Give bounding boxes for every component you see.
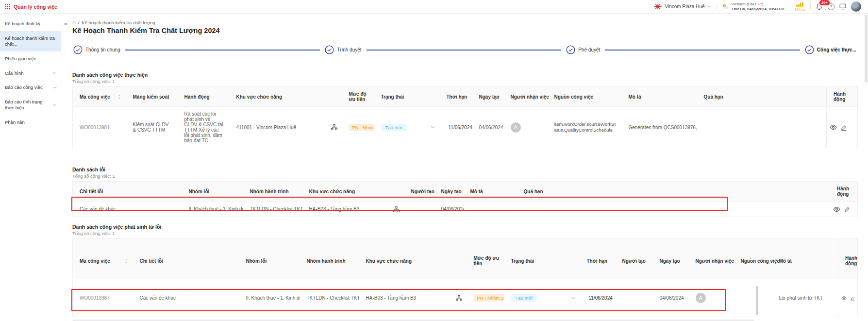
table-row[interactable]: Các vấn đề khác II. Khách thuê - 1. Kinh… bbox=[73, 202, 858, 217]
status-badge: Tạo mới bbox=[381, 124, 407, 131]
sort-icon[interactable] bbox=[124, 258, 128, 264]
column-header: Ngày tạo bbox=[472, 87, 504, 107]
edit-pencil-icon[interactable] bbox=[844, 206, 851, 212]
page-scrollbar[interactable] bbox=[865, 15, 868, 83]
chevron-down-icon[interactable] bbox=[431, 126, 435, 129]
weather-icon bbox=[721, 3, 729, 10]
sidebar-item-ke-hoach-thanh-kiem-tra[interactable]: Kế hoạch thanh kiểm tra chất... bbox=[0, 31, 61, 51]
app-grid-icon[interactable] bbox=[5, 4, 10, 9]
column-header: Mức độ ưu tiên bbox=[342, 87, 374, 107]
step-label: Công việc thực... bbox=[817, 47, 856, 52]
column-header: Ngày tạo bbox=[653, 239, 689, 279]
assignee-avatar[interactable]: A bbox=[511, 122, 521, 133]
chevron-down-icon bbox=[53, 86, 57, 89]
apartment-icon[interactable] bbox=[331, 124, 337, 130]
edit-pencil-icon[interactable] bbox=[841, 124, 847, 131]
column-header: Ngày tạo bbox=[434, 182, 464, 202]
step-cong-viec-thuc-hien[interactable]: Công việc thực... bbox=[805, 45, 856, 54]
priority-badge: PN - Nhóm 3 bbox=[349, 124, 374, 131]
column-header[interactable]: Mã công việc bbox=[73, 87, 126, 107]
column-header: Chi tiết lỗi bbox=[133, 239, 239, 279]
timezone-widget: Vietnam (GMT +7) Thứ Ba, 04/06/2024, 03:… bbox=[721, 2, 785, 12]
column-header: Mô tả bbox=[622, 87, 697, 107]
page-title: Kế Hoạch Thanh Kiểm Tra Chất Lượng 2024 bbox=[62, 25, 868, 34]
collapse-sidebar-button[interactable]: « bbox=[64, 20, 67, 27]
section-count: Tổng số công việc: 1 bbox=[72, 79, 857, 84]
apartment-icon[interactable] bbox=[456, 295, 462, 301]
network-status: 194ms bbox=[794, 2, 805, 12]
column-header: Nhóm hành trình bbox=[243, 182, 302, 202]
sidebar-item-bao-cao-cong-viec[interactable]: Báo cáo công việc bbox=[0, 80, 61, 95]
section-work-list: Danh sách công việc thực hiện Tổng số cô… bbox=[72, 72, 857, 148]
column-header: Hành động bbox=[827, 87, 858, 107]
vertical-scrollbar-thumb[interactable] bbox=[756, 286, 758, 315]
eye-icon[interactable] bbox=[841, 295, 847, 301]
sidebar-item-phan-nan[interactable]: Phàn nàn bbox=[0, 115, 61, 130]
eye-icon[interactable] bbox=[830, 124, 837, 130]
column-header: Quá hạn bbox=[697, 87, 827, 107]
functional-area: 411001 - Vincom Plaza Huế bbox=[230, 107, 342, 148]
edit-pencil-icon[interactable] bbox=[851, 295, 855, 301]
description-cell bbox=[464, 202, 517, 217]
section-derived-list: Danh sách công việc phát sinh từ lỗi Tổn… bbox=[72, 224, 857, 317]
creator-cell bbox=[616, 279, 653, 317]
sidebar-item-label: Báo cáo công việc bbox=[5, 84, 43, 90]
apartment-icon[interactable] bbox=[393, 206, 400, 212]
actions-cell bbox=[838, 279, 858, 317]
org-switcher[interactable]: Vincom Plaza Huế bbox=[653, 3, 711, 10]
status-cell: Tạo mới bbox=[374, 107, 440, 148]
column-header: Người nhận việc bbox=[504, 87, 548, 107]
step-label: Phê duyệt bbox=[578, 47, 600, 52]
column-header: Thời hạn bbox=[440, 87, 472, 107]
step-connector bbox=[367, 50, 562, 51]
deadline-cell: 11/06/2024 bbox=[580, 279, 616, 317]
error-group: II. Khách thuê - 1. Kinh doanh bbox=[182, 202, 243, 217]
breadcrumb: ⌂ / Kế hoạch thanh kiểm tra chất lượng bbox=[62, 14, 868, 25]
main-content: « ⌂ / Kế hoạch thanh kiểm tra chất lượng… bbox=[62, 14, 868, 321]
sidebar-item-label: Kế hoạch thanh kiểm tra chất... bbox=[5, 35, 57, 47]
home-icon[interactable]: ⌂ bbox=[72, 19, 76, 25]
chevron-down-icon[interactable] bbox=[571, 297, 575, 300]
user-avatar[interactable] bbox=[851, 1, 861, 12]
creator-cell bbox=[404, 202, 434, 217]
functional-area-label: HA-B03 - Tầng hầm B3 bbox=[366, 295, 417, 301]
sidebar-item-phieu-giao-viec[interactable]: Phiếu giao việc bbox=[0, 51, 61, 66]
sidebar-item-label: Báo cáo tình trạng thực hiện bbox=[5, 99, 51, 111]
column-header: Mô tả bbox=[464, 182, 517, 202]
status-cell: Tạo mới bbox=[504, 279, 580, 317]
assignee-avatar[interactable]: A bbox=[696, 293, 706, 303]
column-header[interactable]: Mã công việc bbox=[73, 239, 133, 279]
sidebar-item-bao-cao-tinh-trang[interactable]: Báo cáo tình trạng thực hiện bbox=[0, 95, 61, 115]
error-group: II. Khách thuê - 1. Kinh doanh bbox=[239, 279, 300, 317]
step-trinh-duyet[interactable]: Trình duyệt bbox=[325, 45, 361, 54]
step-connector bbox=[125, 50, 320, 51]
monitor-icon[interactable] bbox=[839, 3, 846, 10]
signal-bars-icon bbox=[796, 2, 803, 7]
table-row[interactable]: WO00013981 Kiểm soát CLDV & CSVC TTTM Rà… bbox=[73, 107, 858, 148]
step-thong-tin-chung[interactable]: Thông tin chung bbox=[73, 45, 120, 54]
step-phe-duyet[interactable]: Phê duyệt bbox=[566, 45, 600, 54]
column-header: Người nhận việc bbox=[689, 239, 734, 279]
sort-icon[interactable] bbox=[117, 94, 121, 100]
eye-icon[interactable] bbox=[833, 206, 840, 212]
check-circle-icon bbox=[805, 45, 814, 54]
breadcrumb-separator: / bbox=[78, 20, 80, 25]
table-row[interactable]: WO00013987 Các vấn đề khác II. Khách thu… bbox=[73, 279, 858, 317]
source-text: item.workOrder.sourceWorkStatus.QualityC… bbox=[554, 121, 617, 134]
control-area: Kiểm soát CLDV & CSVC TTTM bbox=[126, 107, 178, 148]
step-connector bbox=[605, 50, 800, 51]
sidebar-item-label: Cấu hình bbox=[5, 70, 24, 76]
created-date: 04/06/2024 bbox=[472, 107, 504, 148]
overdue-cell bbox=[697, 107, 827, 148]
timezone-label: Vietnam (GMT +7) bbox=[732, 2, 785, 7]
breadcrumb-path[interactable]: Kế hoạch thanh kiểm tra chất lượng bbox=[82, 20, 155, 25]
column-header: Nguồn công việc bbox=[734, 239, 772, 279]
chevron-down-icon bbox=[53, 72, 57, 74]
sidebar-item-ke-hoach-dinh-ky[interactable]: Kế hoạch định kỳ bbox=[0, 17, 61, 31]
actions-cell bbox=[830, 202, 858, 217]
check-circle-icon bbox=[73, 45, 83, 54]
sidebar-item-cau-hinh[interactable]: Cấu hình bbox=[0, 66, 61, 81]
column-header: Mức độ ưu tiên bbox=[467, 239, 504, 279]
column-header: Người tạo bbox=[404, 182, 434, 202]
notifications-button[interactable]: 20+ bbox=[816, 3, 823, 10]
